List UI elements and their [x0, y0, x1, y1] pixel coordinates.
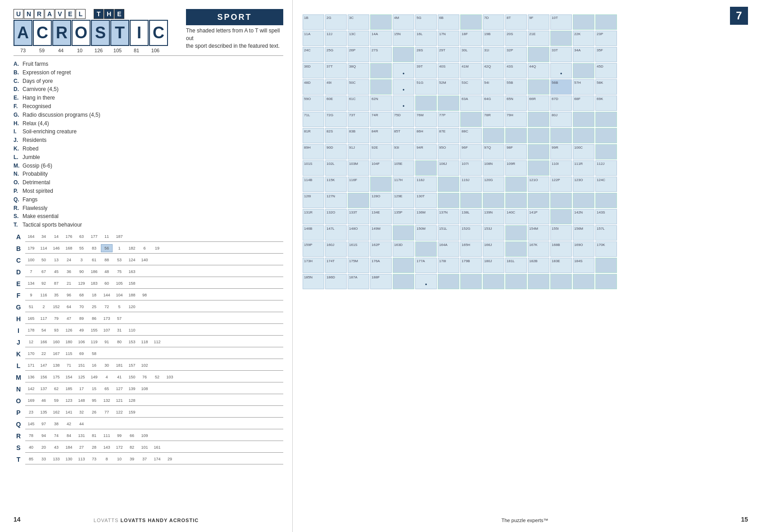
answer-J[interactable]: J 12 166 160 180 106 119 91 80 153 118 1… [14, 338, 283, 347]
cell-133T[interactable]: 133T [348, 209, 369, 224]
cell-150M[interactable]: 150M [415, 225, 437, 241]
cell-134E[interactable]: 134E [370, 209, 392, 224]
cell-69K[interactable]: 69K [595, 95, 617, 111]
cell-3C[interactable]: 3C [348, 14, 369, 30]
cell-73T[interactable]: 73T [348, 112, 369, 127]
cell-8T[interactable]: 8T [505, 14, 527, 30]
cell-79H[interactable]: 79H [505, 112, 527, 127]
cell-30L[interactable]: 30L [460, 47, 482, 62]
cell-114B[interactable]: 114B [303, 177, 324, 192]
answer-G[interactable]: G 51 2 152 64 70 25 72 5 120 [14, 303, 283, 312]
cell-108N[interactable]: 108N [483, 160, 504, 176]
cell-178I[interactable]: 178I [438, 258, 459, 273]
cell-49I[interactable]: 49I [325, 79, 347, 95]
cell-86H[interactable]: 86H [415, 128, 437, 143]
cell-89H[interactable]: 89H [303, 144, 324, 159]
cell-167K[interactable]: 167K [528, 241, 549, 257]
answer-L[interactable]: L 171 147 138 71 151 16 30 181 157 102 [14, 361, 283, 371]
cell-21E[interactable]: 21E [528, 31, 549, 46]
cell-98F[interactable]: 98F [505, 144, 527, 159]
cell-140C[interactable]: 140C [505, 209, 527, 224]
cell-95O[interactable]: 95O [438, 144, 459, 159]
cell-53C[interactable]: 53C [460, 79, 482, 95]
answer-D[interactable]: D 7 67 45 36 90 186 48 75 163 [14, 268, 283, 277]
cell-107I[interactable]: 107I [460, 160, 482, 176]
cell-112J[interactable]: 112J [595, 160, 617, 176]
cell-187A[interactable]: 187A [348, 274, 369, 289]
cell-60E[interactable]: 60E [325, 95, 347, 111]
answer-N[interactable]: N 142 137 62 185 17 15 65 127 139 108 [14, 385, 283, 394]
cell-126I[interactable]: 126I [303, 193, 324, 208]
cell-99R[interactable]: 99R [550, 144, 572, 159]
cell-123O[interactable]: 123O [573, 177, 594, 192]
cell-39T[interactable]: 39T [415, 63, 437, 78]
cell-61C[interactable]: 61C [348, 95, 369, 111]
cell-109R[interactable]: 109R [505, 160, 527, 176]
answer-M[interactable]: M 136 156 175 154 125 149 4 41 150 76 52… [14, 373, 283, 382]
cell-120G[interactable]: 120G [483, 177, 504, 192]
cell-174T[interactable]: 174T [325, 258, 347, 273]
cell-156M[interactable]: 156M [573, 225, 594, 241]
cell-129E[interactable]: 129E [393, 193, 414, 208]
cell-152G[interactable]: 152G [460, 225, 482, 241]
cell-121O[interactable]: 121O [528, 177, 549, 192]
cell-18F[interactable]: 18F [460, 31, 482, 46]
cell-186D[interactable]: 186D [325, 274, 347, 289]
cell-75D[interactable]: 75D [393, 112, 414, 127]
cell-118J[interactable]: 118J [415, 177, 437, 192]
cell-169O[interactable]: 169O [573, 241, 594, 257]
cell-41M[interactable]: 41M [460, 63, 482, 78]
cell-43S[interactable]: 43S [505, 63, 527, 78]
cell-2G[interactable]: 2G [325, 14, 347, 30]
cell-100C[interactable]: 100C [573, 144, 594, 159]
cell-139N[interactable]: 139N [483, 209, 504, 224]
cell-168B[interactable]: 168B [550, 241, 572, 257]
cell-24C[interactable]: 24C [303, 47, 324, 62]
cell-62N[interactable]: 62N [370, 95, 392, 111]
cell-4M[interactable]: 4M [393, 14, 414, 30]
cell-91J[interactable]: 91J [348, 144, 369, 159]
cell-40S[interactable]: 40S [438, 63, 459, 78]
answer-O[interactable]: O 169 46 59 123 148 95 132 121 128 [14, 396, 283, 406]
cell-148O[interactable]: 148O [348, 225, 369, 241]
answer-R[interactable]: R 78 94 74 84 131 81 111 99 66 109 [14, 432, 283, 441]
cell-50C[interactable]: 50C [348, 79, 369, 95]
cell-122P[interactable]: 122P [550, 177, 572, 192]
cell-65N[interactable]: 65N [505, 95, 527, 111]
cell-146B[interactable]: 146B [303, 225, 324, 241]
answer-A[interactable]: A 164 34 14 176 63 177 11 187 [14, 232, 283, 242]
cell-10T[interactable]: 10T [550, 14, 572, 30]
answer-Q[interactable]: Q 145 97 38 42 44 [14, 420, 283, 429]
cell-63A[interactable]: 63A [460, 95, 482, 111]
cell-185N[interactable]: 185N [303, 274, 324, 289]
cell-132O[interactable]: 132O [325, 209, 347, 224]
cell-38Q[interactable]: 38Q [348, 63, 369, 78]
cell-87E[interactable]: 87E [438, 128, 459, 143]
cell-175M[interactable]: 175M [348, 258, 369, 273]
answer-E[interactable]: E 134 92 87 21 129 183 60 105 158 [14, 279, 283, 289]
cell-103M[interactable]: 103M [348, 160, 369, 176]
answer-S[interactable]: S 40 20 43 184 27 28 143 172 82 101 161 [14, 443, 283, 453]
cell-128O[interactable]: 128O [370, 193, 392, 208]
answer-K[interactable]: K 170 22 167 115 69 58 [14, 350, 283, 359]
cell-94R[interactable]: 94R [415, 144, 437, 159]
cell-164A[interactable]: 164A [438, 241, 459, 257]
cell-64G[interactable]: 64G [483, 95, 504, 111]
cell-33T[interactable]: 33T [550, 47, 572, 62]
cell-163D[interactable]: 163D [393, 241, 414, 257]
cell-183E[interactable]: 183E [550, 258, 572, 273]
cell-5G[interactable]: 5G [415, 14, 437, 30]
cell-105E[interactable]: 105E [393, 160, 414, 176]
answer-T[interactable]: T 85 33 133 130 113 73 8 10 39 37 174 29 [14, 455, 283, 464]
cell-7D[interactable]: 7D [483, 14, 504, 30]
cell-104F[interactable]: 104F [370, 160, 392, 176]
cell-52M[interactable]: 52M [438, 79, 459, 95]
cell-17N[interactable]: 17N [438, 31, 459, 46]
answer-P[interactable]: P 23 135 162 141 32 26 77 122 159 [14, 408, 283, 418]
cell-68F[interactable]: 68F [573, 95, 594, 111]
cell-138L[interactable]: 138L [460, 209, 482, 224]
cell-20S[interactable]: 20S [505, 31, 527, 46]
cell-66R[interactable]: 66R [528, 95, 549, 111]
cell-15N[interactable]: 15N [393, 31, 414, 46]
cell-59O[interactable]: 59O [303, 95, 324, 111]
